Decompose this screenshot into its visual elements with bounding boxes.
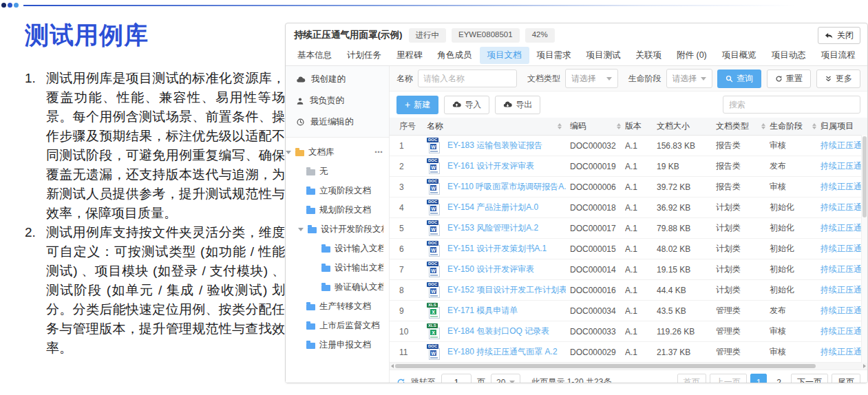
tab-item[interactable]: 项目概览 xyxy=(714,47,764,64)
project-link[interactable]: 持续正压通气用面罩(示例) xyxy=(821,160,867,172)
project-link[interactable]: 持续正压通气用面罩(示例) xyxy=(821,140,867,151)
doctype-filter-label: 文档类型 xyxy=(527,73,560,85)
filter-bar: 名称 文档类型 请选择 生命阶段 请选择 查询 xyxy=(390,66,867,92)
more-actions-icon[interactable]: ⋯ xyxy=(374,147,383,157)
tree-item[interactable]: 注册申报文档 xyxy=(286,335,389,354)
quick-filter-group: 我创建的我负责的最近编辑的 xyxy=(286,66,389,138)
pager-button-2[interactable]: 2 xyxy=(770,374,787,383)
tree-item[interactable]: 上市后监督文档 xyxy=(286,316,389,335)
search-button[interactable]: 查询 xyxy=(717,70,761,88)
tree-item[interactable]: 无 xyxy=(286,162,389,181)
table-search-input[interactable] xyxy=(723,96,860,114)
project-link[interactable]: 持续正压通气用面罩(示例) xyxy=(821,243,867,255)
document-name-link[interactable]: EY-110 呼吸面罩市场调研报告A.1 xyxy=(447,181,566,193)
sort-icon[interactable] xyxy=(812,123,816,129)
sort-icon[interactable] xyxy=(761,123,765,129)
tab-item[interactable]: 关联项 xyxy=(628,47,670,64)
import-button[interactable]: 导入 xyxy=(444,96,489,114)
tab-item[interactable]: 角色成员 xyxy=(430,47,480,64)
tree-item[interactable]: 规划阶段文档 xyxy=(286,200,389,220)
tab-item[interactable]: 基本信息 xyxy=(290,47,339,64)
row-index: 5 xyxy=(390,224,427,233)
word-file-icon: DOCW xyxy=(427,179,443,195)
tree-item[interactable]: 设计开发阶段文档 xyxy=(286,220,389,239)
reset-button[interactable]: 重置 xyxy=(767,70,811,88)
name-filter-input[interactable] xyxy=(418,70,517,87)
chevron-down-icon xyxy=(606,77,612,81)
project-link[interactable]: 持续正压通气用面罩(示例) xyxy=(821,346,867,358)
sort-icon[interactable] xyxy=(558,123,562,129)
pager-button-尾页[interactable]: 尾页 xyxy=(832,374,860,383)
pager-button-首页: 首页 xyxy=(677,374,706,383)
document-name-link[interactable]: EY-152 项目设计开发工作计划表A.1 xyxy=(447,284,566,296)
tree-item[interactable]: 设计输入文档 xyxy=(286,239,389,258)
size-cell: 19 KB xyxy=(657,162,716,171)
vertical-scrollbar-thumb[interactable] xyxy=(862,136,867,217)
document-name-link[interactable]: EY-180 持续正压通气面罩 A.2 xyxy=(447,346,558,358)
sidebar-quick-item[interactable]: 最近编辑的 xyxy=(286,111,389,133)
project-link[interactable]: 持续正压通气用面罩(示例) xyxy=(821,325,867,337)
refresh-list-icon[interactable] xyxy=(396,378,405,383)
export-button[interactable]: 导出 xyxy=(495,96,540,114)
row-index: 1 xyxy=(390,141,427,151)
column-header[interactable]: 文档类型 xyxy=(716,120,770,132)
document-name-link[interactable]: EY-150 设计开发评审表 xyxy=(447,264,534,275)
tree-item[interactable]: 设计输出文档 xyxy=(286,258,389,277)
column-header[interactable]: 生命阶段 xyxy=(770,120,821,132)
document-name-link[interactable]: EY-151 设计开发策划书A.1 xyxy=(447,243,547,255)
jump-page-input[interactable] xyxy=(441,374,472,384)
tab-item[interactable]: 附件 (0) xyxy=(669,47,714,64)
project-link[interactable]: 持续正压通气用面罩(示例) xyxy=(821,284,867,296)
plus-icon: + xyxy=(405,100,410,109)
page-size-select[interactable]: 20 xyxy=(491,374,520,384)
tree-item[interactable]: 文档库⋯ xyxy=(286,142,389,162)
horizontal-scrollbar-thumb[interactable] xyxy=(395,364,816,368)
page-title: 测试用例库 xyxy=(25,19,285,52)
document-name-link[interactable]: EY-171 模具申请单 xyxy=(447,305,518,317)
file-type-badge: XLS xyxy=(427,323,438,328)
lifecycle-cell: 发布 xyxy=(770,305,821,317)
vertical-scrollbar[interactable] xyxy=(861,135,867,363)
tree-item[interactable]: 立项阶段文档 xyxy=(286,181,389,200)
sort-icon[interactable] xyxy=(617,123,621,129)
lifecycle-select[interactable]: 请选择 xyxy=(666,69,712,88)
tree-item[interactable]: 生产转移文档 xyxy=(286,297,389,316)
scroll-right-arrow-icon[interactable] xyxy=(863,364,866,368)
tab-item[interactable]: 项目需求 xyxy=(529,47,579,64)
tab-item[interactable]: 项目动态 xyxy=(764,47,814,64)
caret-down-icon[interactable] xyxy=(298,228,304,231)
project-link[interactable]: 持续正压通气用面罩(示例) xyxy=(821,264,867,275)
pager-button-下一页[interactable]: 下一页 xyxy=(791,374,828,383)
close-button[interactable]: 关闭 xyxy=(818,27,860,44)
tree-item[interactable]: 验证确认文档 xyxy=(286,277,389,297)
doctype-select[interactable]: 请选择 xyxy=(565,69,618,88)
project-link[interactable]: 持续正压通气用面罩(示例) xyxy=(821,305,867,317)
document-name-link[interactable]: EY-154 产品注册计划A.0 xyxy=(447,202,538,213)
scroll-left-arrow-icon[interactable] xyxy=(391,364,394,368)
document-name-link[interactable]: EY-153 风险管理计划A.2 xyxy=(447,222,538,234)
column-header[interactable]: 编码 xyxy=(570,120,625,132)
tab-item[interactable]: 里程碑 xyxy=(389,47,430,64)
tab-item[interactable]: 计划任务 xyxy=(339,47,389,64)
document-name-link[interactable]: EY-161 设计开发评审表 xyxy=(447,160,534,172)
pager-button-1[interactable]: 1 xyxy=(750,374,768,383)
tab-item[interactable]: 市场需求 xyxy=(863,47,868,64)
document-name-link[interactable]: EY-183 运输包装验证报告 xyxy=(447,140,542,151)
document-name-link[interactable]: EY-184 包装封口OQ 记录表 xyxy=(447,325,549,337)
doctype-cell: 计划类 xyxy=(716,284,770,296)
caret-down-icon[interactable] xyxy=(286,151,291,154)
project-link[interactable]: 持续正压通气用面罩(示例) xyxy=(821,202,867,213)
column-header: 文档大小 xyxy=(657,120,716,132)
tab-item[interactable]: 项目测试 xyxy=(579,47,628,64)
horizontal-scrollbar[interactable] xyxy=(390,363,867,370)
tab-item[interactable]: 项目流程 xyxy=(814,47,863,64)
column-header[interactable]: 名称 xyxy=(427,120,570,132)
more-filters-button[interactable]: 更多 xyxy=(816,70,860,88)
window-header: 持续正压通气用面罩(示例) 进行中EYWE080850142% 关闭 xyxy=(286,23,867,45)
new-document-button[interactable]: + 新建 xyxy=(396,96,438,114)
sidebar-quick-item[interactable]: 我负责的 xyxy=(286,90,389,111)
project-link[interactable]: 持续正压通气用面罩(示例) xyxy=(821,181,867,193)
project-link[interactable]: 持续正压通气用面罩(示例) xyxy=(821,222,867,234)
tab-active[interactable]: 项目文档 xyxy=(480,47,529,64)
sidebar-quick-item[interactable]: 我创建的 xyxy=(286,69,389,90)
